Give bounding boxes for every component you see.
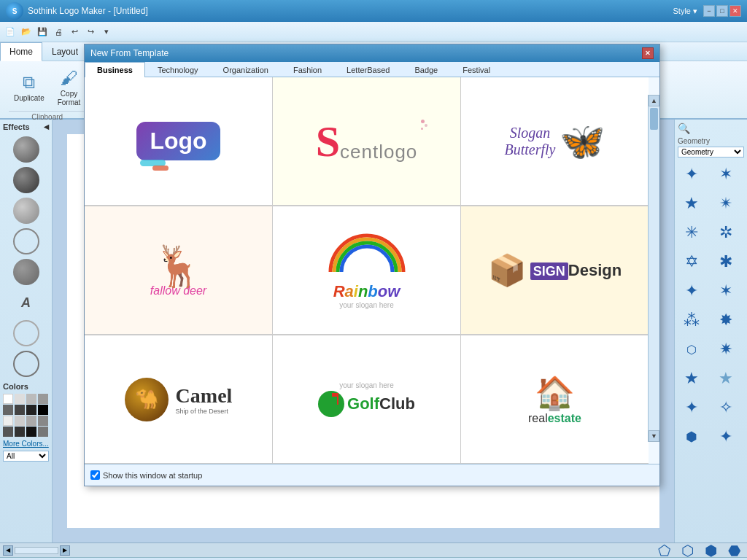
effect-circle-1[interactable]	[13, 136, 39, 163]
shape-burst-1[interactable]: ✲	[712, 219, 740, 246]
dialog-close-button[interactable]: ✕	[642, 47, 654, 59]
color-swatch-blkgray[interactable]	[26, 405, 36, 415]
color-swatch-2-8[interactable]	[38, 427, 48, 437]
shape-6point-star-2[interactable]: ✶	[712, 160, 740, 188]
shape-4star-2[interactable]: ✧	[712, 394, 740, 421]
template-grid: Logo S	[85, 77, 649, 464]
scroll-thumb[interactable]	[650, 108, 658, 130]
shape-gear-1[interactable]: ✦	[678, 277, 705, 305]
duplicate-button[interactable]: ⧉ Duplicate	[9, 69, 50, 106]
more-colors-link[interactable]: More Colors...	[3, 440, 49, 448]
scroll-up-button[interactable]: ▲	[649, 95, 659, 106]
color-swatch-mgray[interactable]	[26, 394, 36, 404]
shape-ring-1[interactable]: ⬡	[678, 335, 705, 363]
effect-circle-text[interactable]: A	[13, 289, 39, 316]
open-button[interactable]: 📂	[19, 25, 34, 39]
color-swatch-2-1[interactable]	[3, 416, 13, 426]
color-swatch-dgray[interactable]	[3, 405, 13, 415]
startup-checkbox-label[interactable]: Show this window at startup	[90, 470, 202, 480]
template-cell-golf-club[interactable]: your slogan here	[273, 335, 460, 463]
effects-collapse-icon[interactable]: ◀	[44, 123, 49, 131]
shape-gear-2[interactable]: ✶	[712, 277, 740, 305]
style-dropdown[interactable]: Style ▾	[673, 7, 697, 16]
color-swatch-2-6[interactable]	[15, 427, 25, 437]
template-cell-rainbow[interactable]: Rainbow your slogan here	[273, 206, 460, 334]
copy-format-button[interactable]: 🖌 CopyFormat	[53, 64, 86, 111]
all-dropdown[interactable]: All	[3, 451, 49, 462]
tab-organization[interactable]: Organization	[211, 62, 281, 77]
template-cell-sign-design[interactable]: 📦 SIGNDesign	[461, 206, 649, 334]
shape-hex-1[interactable]: ⬢	[678, 423, 705, 451]
right-panel: 🔍 Geometry Geometry ✦ ✶ ★ ✴ ✳ ✲ ✡ ✱ ✦ ✶ …	[674, 120, 747, 542]
color-swatch-2-7[interactable]	[26, 427, 36, 437]
bottom-shape-4[interactable]: ⬣	[724, 540, 744, 561]
ribbon-group-clipboard: ⧉ Duplicate 🖌 CopyFormat Clipboard	[6, 64, 92, 115]
search-icon[interactable]: 🔍	[678, 122, 690, 134]
menu-home[interactable]: Home	[0, 42, 42, 61]
undo-button[interactable]: ↩	[67, 25, 82, 39]
shape-star-5[interactable]: ✳	[678, 219, 705, 246]
close-button[interactable]: ✕	[729, 5, 741, 17]
template-cell-scentlogo[interactable]: S centlogo	[273, 77, 460, 205]
tab-business[interactable]: Business	[85, 62, 145, 77]
maximize-button[interactable]: □	[716, 5, 728, 17]
print-button[interactable]: 🖨	[51, 25, 66, 39]
color-swatch-dkgray[interactable]	[15, 405, 25, 415]
new-button[interactable]: 📄	[3, 25, 18, 39]
shape-6point-star-1[interactable]: ✦	[678, 160, 705, 188]
startup-checkbox[interactable]	[90, 470, 100, 480]
minimize-button[interactable]: −	[703, 5, 715, 17]
window-controls: − □ ✕	[703, 5, 741, 17]
shape-star-6[interactable]: ⁂	[678, 306, 705, 334]
toolbar-more-button[interactable]: ▾	[99, 25, 114, 39]
effect-circle-outline[interactable]	[13, 351, 39, 377]
effect-circle-3[interactable]	[13, 198, 39, 224]
tab-letterbased[interactable]: LetterBased	[334, 62, 402, 77]
shape-5star-1[interactable]: ★	[678, 365, 705, 392]
scroll-down-button[interactable]: ▼	[649, 430, 659, 442]
effect-circle-2[interactable]	[13, 167, 39, 193]
tab-badge[interactable]: Badge	[402, 62, 450, 77]
tab-technology[interactable]: Technology	[145, 62, 211, 77]
shape-ring-2[interactable]: ✷	[712, 335, 740, 363]
scroll-track[interactable]	[15, 547, 58, 554]
color-swatch-2-5[interactable]	[3, 427, 13, 437]
template-cell-fallow-deer[interactable]: 🦌 fallow deer	[85, 206, 272, 334]
bottom-shape-1[interactable]: ⬠	[654, 540, 674, 561]
geometry-select[interactable]: Geometry	[678, 147, 744, 158]
scroll-right-button[interactable]: ▶	[60, 545, 70, 556]
color-swatch-2-4[interactable]	[38, 416, 48, 426]
scroll-left-button[interactable]: ◀	[3, 545, 13, 556]
template-cell-camel[interactable]: 🐪 Camel Ship of the Desert	[85, 335, 272, 463]
bottom-shape-2[interactable]: ⬡	[677, 540, 697, 561]
effect-circle-4[interactable]	[13, 228, 39, 254]
bottom-toolbar: ◀ ▶ ⬠ ⬡ ⬢ ⬣	[0, 542, 747, 557]
color-swatch-white[interactable]	[3, 394, 13, 404]
template-cell-butterfly[interactable]: Slogan Butterfly 🦋	[461, 77, 649, 205]
shape-4star-1[interactable]: ✦	[678, 394, 705, 421]
tab-fashion[interactable]: Fashion	[281, 62, 334, 77]
color-swatch-lgray[interactable]	[15, 394, 25, 404]
save-button[interactable]: 💾	[35, 25, 50, 39]
effect-circle-ring[interactable]	[13, 320, 39, 346]
right-panel-header: 🔍	[678, 122, 744, 134]
template-cell-realestate[interactable]: 🏠 realestate	[461, 335, 649, 463]
effect-circle-5[interactable]	[13, 259, 39, 285]
shape-star-7[interactable]: ✸	[712, 306, 740, 334]
color-swatch-gray[interactable]	[38, 394, 48, 404]
shape-hex-2[interactable]: ✦	[712, 423, 740, 451]
template-cell-logo[interactable]: Logo	[85, 77, 272, 205]
shape-5star-2[interactable]: ★	[712, 365, 740, 392]
tab-festival[interactable]: Festival	[450, 62, 503, 77]
shape-hexstar-1[interactable]: ✡	[678, 248, 705, 276]
color-swatch-black[interactable]	[38, 405, 48, 415]
bottom-shape-3[interactable]: ⬢	[700, 540, 721, 561]
shape-star-3[interactable]: ★	[678, 190, 705, 217]
shape-star-4[interactable]: ✴	[712, 190, 740, 217]
color-swatch-2-2[interactable]	[15, 416, 25, 426]
shape-asterisk-1[interactable]: ✱	[712, 248, 740, 276]
color-swatch-2-3[interactable]	[26, 416, 36, 426]
menu-layout[interactable]: Layout	[42, 42, 88, 61]
redo-button[interactable]: ↪	[83, 25, 98, 39]
scroll-track[interactable]	[649, 106, 659, 430]
